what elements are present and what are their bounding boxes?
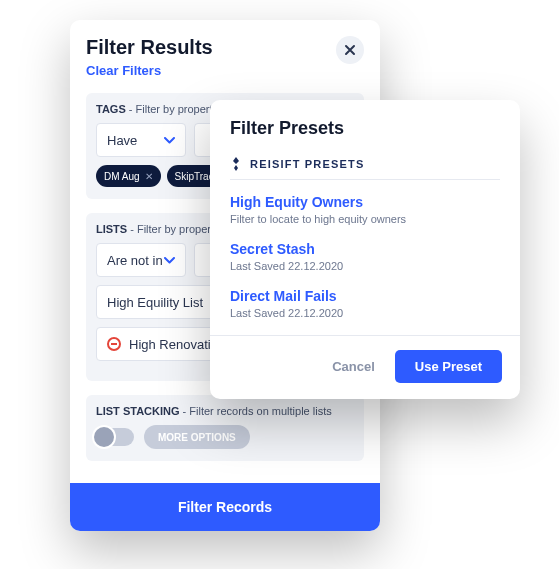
preset-item[interactable]: Secret Stash Last Saved 22.12.2020 [230, 241, 500, 272]
preset-title: High Equity Owners [230, 194, 500, 210]
preset-item[interactable]: Direct Mail Fails Last Saved 22.12.2020 [230, 288, 500, 319]
lists-mode-value: Are not in [107, 253, 163, 268]
more-options-button[interactable]: MORE OPTIONS [144, 425, 250, 449]
chevron-down-icon [164, 137, 175, 144]
panel-title: Filter Results [86, 36, 213, 59]
filter-records-button[interactable]: Filter Records [70, 483, 380, 531]
use-preset-button[interactable]: Use Preset [395, 350, 502, 383]
lists-mode-dropdown[interactable]: Are not in [96, 243, 186, 277]
preset-item[interactable]: High Equity Owners Filter to locate to h… [230, 194, 500, 225]
cancel-button[interactable]: Cancel [322, 351, 385, 382]
preset-title: Direct Mail Fails [230, 288, 500, 304]
tags-mode-dropdown[interactable]: Have [96, 123, 186, 157]
preset-subtitle: Last Saved 22.12.2020 [230, 260, 500, 272]
popover-title: Filter Presets [230, 118, 500, 139]
tags-mode-value: Have [107, 133, 137, 148]
reisift-icon [230, 157, 242, 171]
exclude-icon [107, 337, 121, 351]
close-button[interactable] [336, 36, 364, 64]
preset-subtitle: Last Saved 22.12.2020 [230, 307, 500, 319]
filter-presets-popover: Filter Presets REISIFT PRESETS High Equi… [210, 100, 520, 399]
popover-subtitle: REISIFT PRESETS [230, 157, 500, 180]
remove-chip-icon[interactable]: ✕ [145, 171, 153, 182]
chevron-down-icon [164, 257, 175, 264]
preset-title: Secret Stash [230, 241, 500, 257]
clear-filters-link[interactable]: Clear Filters [86, 63, 161, 78]
list-stacking-heading: LIST STACKING - Filter records on multip… [96, 405, 354, 417]
tag-chip-label: DM Aug [104, 171, 140, 182]
preset-subtitle: Filter to locate to high equity owners [230, 213, 500, 225]
close-icon [344, 44, 356, 56]
list-stacking-toggle[interactable] [96, 428, 134, 446]
selected-list-label: High Equility List [107, 295, 203, 310]
list-stacking-section: LIST STACKING - Filter records on multip… [86, 395, 364, 461]
tag-chip[interactable]: DM Aug ✕ [96, 165, 161, 187]
